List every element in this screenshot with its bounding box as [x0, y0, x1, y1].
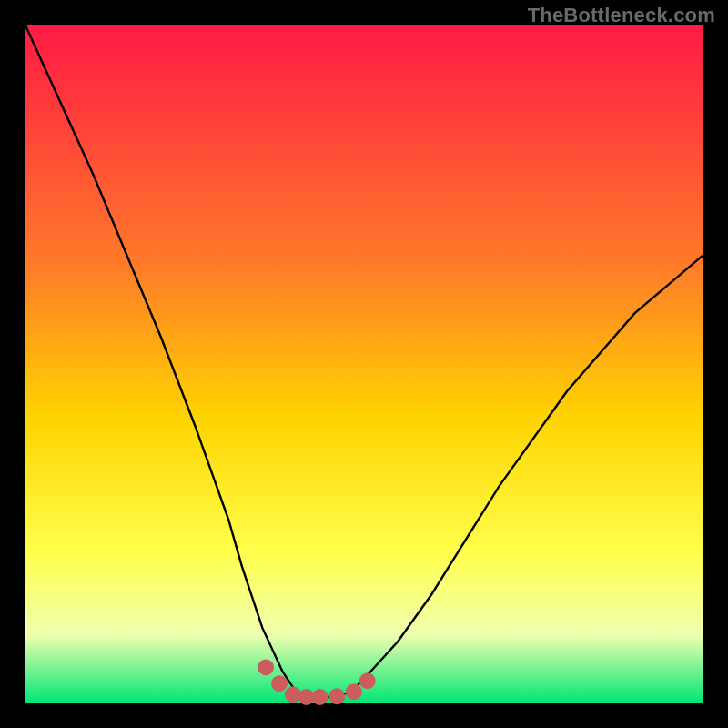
trough-dot — [329, 688, 345, 704]
trough-dot — [312, 689, 329, 705]
gradient-background — [25, 25, 703, 703]
trough-dot — [346, 683, 362, 700]
trough-dot — [285, 686, 301, 703]
chart-frame: { "watermark": "TheBottleneck.com", "col… — [0, 0, 728, 728]
trough-dot — [258, 659, 274, 675]
bottleneck-chart — [0, 0, 728, 728]
watermark-text: TheBottleneck.com — [528, 4, 715, 27]
trough-dot — [359, 672, 376, 689]
trough-dot — [271, 675, 288, 692]
